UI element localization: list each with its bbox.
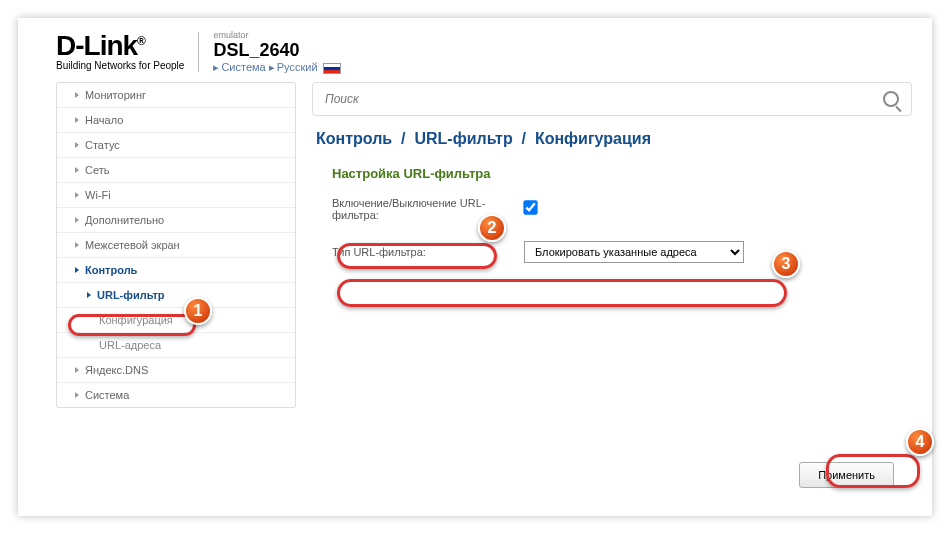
chevron-right-icon	[75, 392, 79, 398]
breadcrumb-part: Конфигурация	[535, 130, 651, 147]
row-enable-filter: Включение/Выключение URL-фильтра:	[312, 191, 912, 227]
search-box	[312, 82, 912, 116]
chevron-right-icon	[75, 117, 79, 123]
chevron-right-icon	[75, 217, 79, 223]
sidebar-label: URL-адреса	[99, 339, 161, 351]
chevron-right-icon	[75, 167, 79, 173]
sidebar-item-url-addresses[interactable]: URL-адреса	[57, 333, 295, 358]
sidebar-item-firewall[interactable]: Межсетевой экран	[57, 233, 295, 258]
divider	[198, 32, 199, 72]
main-panel: Контроль / URL-фильтр / Конфигурация Нас…	[312, 82, 912, 408]
breadcrumb-arrow-icon: ▸	[269, 61, 275, 73]
sidebar-label: Конфигурация	[99, 314, 173, 326]
apply-button[interactable]: Применить	[799, 462, 894, 488]
chevron-right-icon	[75, 267, 79, 273]
filter-type-select[interactable]: Блокировать указанные адреса	[524, 241, 744, 263]
sidebar-item-advanced[interactable]: Дополнительно	[57, 208, 295, 233]
sidebar-item-control[interactable]: Контроль	[57, 258, 295, 283]
chevron-right-icon	[75, 242, 79, 248]
sidebar-label: Дополнительно	[85, 214, 164, 226]
logo: D-Link® Building Networks for People	[56, 33, 184, 71]
sidebar-item-network[interactable]: Сеть	[57, 158, 295, 183]
sidebar-label: Мониторинг	[85, 89, 146, 101]
sidebar-item-url-filter[interactable]: URL-фильтр	[57, 283, 295, 308]
sidebar-item-yandex-dns[interactable]: Яндекс.DNS	[57, 358, 295, 383]
sidebar-label: Контроль	[85, 264, 137, 276]
sidebar-item-wifi[interactable]: Wi-Fi	[57, 183, 295, 208]
search-icon[interactable]	[883, 91, 899, 107]
sidebar-label: Сеть	[85, 164, 109, 176]
link-language[interactable]: Русский	[277, 61, 318, 73]
logo-tagline: Building Networks for People	[56, 60, 184, 71]
sidebar-label: Система	[85, 389, 129, 401]
breadcrumb-arrow-icon: ▸	[213, 61, 219, 73]
sidebar-label: URL-фильтр	[97, 289, 165, 301]
sidebar-item-start[interactable]: Начало	[57, 108, 295, 133]
row-filter-type: Тип URL-фильтра: Блокировать указанные а…	[312, 235, 912, 269]
model-name: DSL_2640	[213, 40, 340, 61]
logo-reg: ®	[137, 34, 145, 48]
link-system[interactable]: Система	[221, 61, 265, 73]
logo-text: D-Link	[56, 30, 137, 61]
type-label: Тип URL-фильтра:	[332, 246, 512, 258]
breadcrumb: Контроль / URL-фильтр / Конфигурация	[312, 130, 912, 148]
enable-label: Включение/Выключение URL-фильтра:	[332, 197, 512, 221]
breadcrumb-part: URL-фильтр	[414, 130, 512, 147]
enable-checkbox[interactable]	[523, 200, 537, 214]
chevron-right-icon	[75, 192, 79, 198]
sidebar-item-configuration[interactable]: Конфигурация	[57, 308, 295, 333]
flag-ru-icon	[323, 63, 341, 74]
sidebar: Мониторинг Начало Статус Сеть Wi-Fi Допо…	[56, 82, 296, 408]
section-title: Настройка URL-фильтра	[312, 166, 912, 181]
model-tag: emulator	[213, 30, 340, 40]
chevron-right-icon	[75, 367, 79, 373]
sidebar-label: Статус	[85, 139, 120, 151]
sidebar-label: Wi-Fi	[85, 189, 111, 201]
sidebar-item-status[interactable]: Статус	[57, 133, 295, 158]
sidebar-label: Яндекс.DNS	[85, 364, 148, 376]
header: D-Link® Building Networks for People emu…	[18, 18, 932, 82]
annotation-badge: 4	[906, 428, 934, 456]
breadcrumb-part: Контроль	[316, 130, 392, 147]
sidebar-item-monitoring[interactable]: Мониторинг	[57, 83, 295, 108]
sidebar-label: Межсетевой экран	[85, 239, 180, 251]
search-input[interactable]	[325, 92, 883, 106]
sidebar-label: Начало	[85, 114, 123, 126]
chevron-right-icon	[87, 292, 91, 298]
chevron-right-icon	[75, 92, 79, 98]
chevron-right-icon	[75, 142, 79, 148]
sidebar-item-system[interactable]: Система	[57, 383, 295, 407]
